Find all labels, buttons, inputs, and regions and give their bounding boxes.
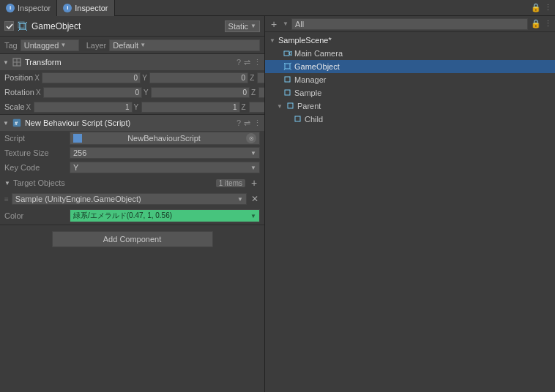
keycode-arrow: ▼ xyxy=(250,165,256,171)
rotation-label: Rotation xyxy=(4,88,34,97)
rotation-z-input[interactable] xyxy=(258,87,265,98)
hierarchy-item-gameobject[interactable]: GameObject xyxy=(265,60,555,73)
rotation-y-input[interactable] xyxy=(151,87,250,98)
transform-header[interactable]: ▼ Transform ? ⇌ ⋮ xyxy=(0,54,264,70)
info-icon1: i xyxy=(6,4,15,12)
gameobject-active-checkbox[interactable] xyxy=(4,21,14,31)
transform-title: Transform xyxy=(25,58,234,67)
target-objects-header: ▼ Target Objects 1 items + xyxy=(0,175,264,191)
position-x-input[interactable] xyxy=(42,72,141,83)
color-arrow: ▼ xyxy=(250,213,256,219)
keycode-value[interactable]: Y ▼ xyxy=(70,162,260,173)
child-label: Child xyxy=(305,115,323,124)
hierarchy-dropdown-arrow[interactable]: ▼ xyxy=(283,20,288,27)
hierarchy-search-input[interactable] xyxy=(291,18,528,30)
position-y-input[interactable] xyxy=(149,72,248,83)
script-ref-value: NewBehaviourScript ⊙ xyxy=(70,132,260,145)
texture-size-text: 256 xyxy=(73,148,86,157)
keycode-row: Key Code Y ▼ xyxy=(0,160,264,175)
maincamera-label: Main Camera xyxy=(294,49,343,58)
svg-rect-20 xyxy=(288,103,293,108)
hierarchy-item-manager[interactable]: Manager xyxy=(265,73,555,86)
transform-collapse-arrow: ▼ xyxy=(3,59,9,66)
script-header[interactable]: ▼ # New Behaviour Script (Script) ? ⇌ ⋮ xyxy=(0,115,264,131)
color-swatch[interactable]: 緑系/エメラルド(0.47, 1, 0.56) ▼ xyxy=(70,209,260,222)
rotation-row: Rotation X Y Z xyxy=(0,85,264,99)
rotation-z-item: Z xyxy=(251,87,265,98)
script-menu-icon[interactable]: ⋮ xyxy=(253,118,261,128)
scale-x-input[interactable] xyxy=(34,102,133,113)
script-row-label: Script xyxy=(4,134,67,143)
target-object-item: ≡ Sample (UnityEngine.GameObject) ▼ ✕ xyxy=(0,191,264,207)
position-y-label: Y xyxy=(142,74,148,82)
scale-x-label: X xyxy=(26,103,32,111)
hierarchy-toolbar: + ▼ 🔒 ⋮ xyxy=(265,16,555,32)
position-x-label: X xyxy=(34,74,40,82)
target-item-value: Sample (UnityEngine.GameObject) ▼ xyxy=(12,193,247,205)
layer-dropdown[interactable]: Default ▼ xyxy=(109,39,260,51)
scale-y-label: Y xyxy=(134,103,140,111)
sample-icon xyxy=(283,88,293,98)
layer-label: Layer xyxy=(86,41,107,50)
script-ref-row: Script NewBehaviourScript ⊙ xyxy=(0,131,264,146)
info-icon2: i xyxy=(63,4,72,12)
hierarchy-item-maincamera[interactable]: Main Camera xyxy=(265,47,555,60)
color-row: Color 緑系/エメラルド(0.47, 1, 0.56) ▼ xyxy=(0,207,264,225)
static-dropdown[interactable]: Static ▼ xyxy=(225,20,260,32)
script-ref-circle[interactable]: ⊙ xyxy=(246,133,256,143)
scale-row: Scale X Y Z xyxy=(0,99,264,114)
keycode-label: Key Code xyxy=(4,163,67,172)
transform-menu-icon[interactable]: ⋮ xyxy=(253,58,261,67)
svg-rect-13 xyxy=(285,64,290,69)
scene-collapse-icon[interactable]: ▼ xyxy=(268,36,277,45)
script-settings-icon[interactable]: ⇌ xyxy=(244,118,250,128)
tag-layer-row: Tag Untagged ▼ Layer Default ▼ xyxy=(0,37,264,54)
scale-x-item: X xyxy=(26,102,133,113)
drag-handle-icon[interactable]: ≡ xyxy=(4,195,9,203)
hierarchy-item-parent[interactable]: ▼ Parent xyxy=(265,99,555,113)
add-component-button[interactable]: Add Component xyxy=(52,231,213,247)
menu-icon[interactable]: ⋮ xyxy=(544,3,552,12)
hierarchy-add-button[interactable]: + xyxy=(268,18,280,30)
hierarchy-item-child[interactable]: Child xyxy=(265,113,555,126)
gameobject-h-icon xyxy=(283,61,293,72)
lock-icon[interactable]: 🔒 xyxy=(531,3,541,12)
target-item-name: Sample (UnityEngine.GameObject) xyxy=(15,195,141,203)
target-add-button[interactable]: + xyxy=(248,177,260,189)
position-z-input[interactable] xyxy=(257,72,265,83)
tab-bar: i Inspector i Inspector 🔒 ⋮ xyxy=(0,0,555,16)
tab1-label: Inspector xyxy=(18,4,51,12)
keycode-text: Y xyxy=(73,163,78,172)
add-component-section: Add Component xyxy=(0,225,264,253)
tag-value: Untagged xyxy=(24,41,59,50)
scale-y-input[interactable] xyxy=(141,102,240,113)
svg-rect-18 xyxy=(285,77,290,82)
scale-label: Scale xyxy=(4,102,25,111)
parent-collapse-icon[interactable]: ▼ xyxy=(275,102,284,110)
svg-line-3 xyxy=(26,29,27,31)
scale-z-input[interactable] xyxy=(249,102,265,113)
manager-label: Manager xyxy=(294,75,326,84)
tab-inspector1[interactable]: i Inspector xyxy=(0,0,57,16)
hierarchy-item-sample[interactable]: Sample xyxy=(265,86,555,99)
scale-z-label: Z xyxy=(242,103,247,111)
texture-size-value[interactable]: 256 ▼ xyxy=(70,147,260,159)
svg-rect-11 xyxy=(284,51,289,56)
rotation-x-input[interactable] xyxy=(43,87,142,98)
tag-dropdown[interactable]: Untagged ▼ xyxy=(21,39,79,51)
script-help-icon[interactable]: ? xyxy=(236,118,241,127)
scale-y-item: Y xyxy=(134,102,240,113)
svg-rect-19 xyxy=(285,90,290,95)
main-layout: GameObject Static ▼ Tag Untagged ▼ Layer… xyxy=(0,16,555,392)
hierarchy-item-scene[interactable]: ▼ SampleScene* xyxy=(265,34,555,47)
hierarchy-lock-icon[interactable]: 🔒 xyxy=(531,19,541,29)
position-label: Position xyxy=(4,73,33,82)
hierarchy-content: ▼ SampleScene* Main Camera xyxy=(265,32,555,392)
target-remove-button[interactable]: ✕ xyxy=(250,194,260,204)
target-collapse-arrow[interactable]: ▼ xyxy=(4,180,10,186)
transform-help-icon[interactable]: ? xyxy=(236,58,241,67)
tab-inspector2[interactable]: i Inspector xyxy=(57,0,114,16)
parent-icon xyxy=(286,101,296,111)
hierarchy-menu-icon[interactable]: ⋮ xyxy=(544,19,552,29)
transform-settings-icon[interactable]: ⇌ xyxy=(244,58,250,67)
